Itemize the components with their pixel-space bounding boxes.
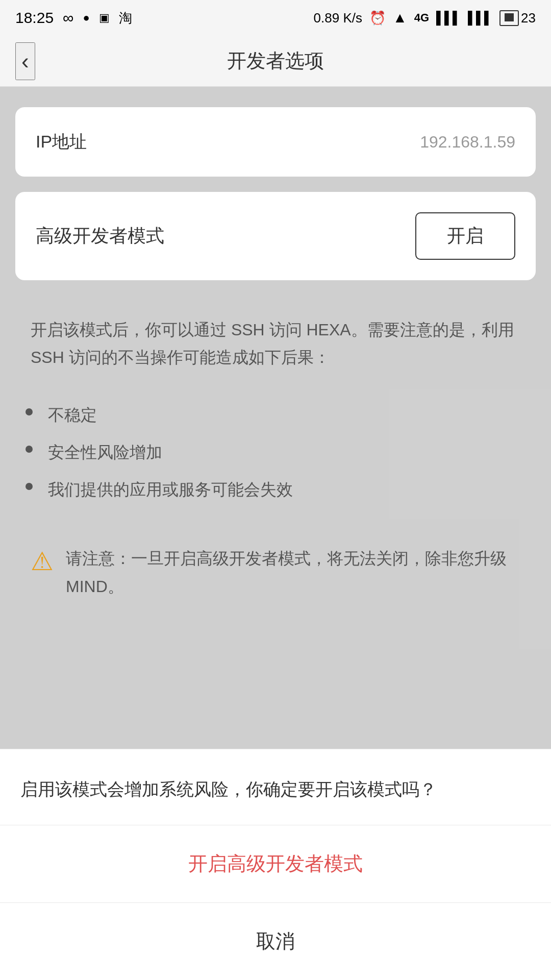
status-battery-icon bbox=[499, 10, 519, 26]
bullet-item-3: 我们提供的应用或服务可能会失效 bbox=[26, 477, 536, 503]
dialog-section: 启用该模式会增加系统风险，你确定要开启该模式吗？ 开启高级开发者模式 取消 bbox=[0, 749, 551, 980]
status-right: 0.89 K/s ⏰ ▲ 4G ▌▌▌ ▌▌▌ 23 bbox=[314, 10, 536, 26]
ip-value: 192.168.1.59 bbox=[420, 133, 515, 152]
status-msg-icon: ● bbox=[83, 11, 89, 24]
status-img-icon: ▣ bbox=[99, 11, 110, 24]
status-4g-icon: 4G bbox=[414, 11, 429, 24]
battery-fill bbox=[505, 13, 514, 21]
status-shop-icon: 淘 bbox=[119, 9, 132, 27]
bullet-text-3: 我们提供的应用或服务可能会失效 bbox=[48, 477, 293, 503]
dialog-confirm-button[interactable]: 开启高级开发者模式 bbox=[0, 825, 551, 903]
mode-row: 高级开发者模式 开启 bbox=[15, 192, 536, 280]
warning-block: ⚠ 请注意：一旦开启高级开发者模式，将无法关闭，除非您升级 MIND。 bbox=[15, 529, 536, 626]
dialog-question: 启用该模式会增加系统风险，你确定要开启该模式吗？ bbox=[0, 749, 551, 825]
bullet-text-2: 安全性风险增加 bbox=[48, 439, 162, 465]
status-clock-icon: ⏰ bbox=[369, 10, 386, 26]
bullet-dot-1 bbox=[26, 408, 33, 415]
bullet-dot-3 bbox=[26, 483, 33, 490]
status-time: 18:25 bbox=[15, 9, 54, 27]
ip-label: IP地址 bbox=[36, 130, 87, 154]
dialog-cancel-button[interactable]: 取消 bbox=[0, 903, 551, 980]
bullet-item-1: 不稳定 bbox=[26, 402, 536, 428]
bullet-list: 不稳定 安全性风险增加 我们提供的应用或服务可能会失效 bbox=[15, 402, 536, 530]
ip-address-card: IP地址 192.168.1.59 bbox=[15, 107, 536, 177]
warning-icon: ⚠ bbox=[31, 547, 54, 576]
mode-label: 高级开发者模式 bbox=[36, 224, 164, 249]
description-block: 开启该模式后，你可以通过 SSH 访问 HEXA。需要注意的是，利用 SSH 访… bbox=[15, 296, 536, 402]
bullet-dot-2 bbox=[26, 446, 33, 453]
description-intro: 开启该模式后，你可以通过 SSH 访问 HEXA。需要注意的是，利用 SSH 访… bbox=[31, 316, 520, 372]
developer-mode-card: 高级开发者模式 开启 bbox=[15, 192, 536, 280]
status-signal2-icon: ▌▌▌ bbox=[468, 11, 492, 25]
page-title: 开发者选项 bbox=[227, 48, 324, 74]
header: ‹ 开发者选项 bbox=[0, 36, 551, 87]
bullet-item-2: 安全性风险增加 bbox=[26, 439, 536, 465]
status-left: 18:25 ∞ ● ▣ 淘 bbox=[15, 9, 132, 27]
status-speed: 0.89 K/s bbox=[314, 10, 362, 26]
ip-row: IP地址 192.168.1.59 bbox=[15, 107, 536, 177]
status-battery-level: 23 bbox=[521, 10, 536, 26]
back-button[interactable]: ‹ bbox=[15, 42, 35, 80]
enable-mode-button[interactable]: 开启 bbox=[415, 212, 515, 260]
status-signal-icon: ▌▌▌ bbox=[436, 11, 461, 25]
status-bar: 18:25 ∞ ● ▣ 淘 0.89 K/s ⏰ ▲ 4G ▌▌▌ ▌▌▌ 23 bbox=[0, 0, 551, 36]
status-battery: 23 bbox=[499, 10, 536, 26]
status-infinity-icon: ∞ bbox=[63, 9, 73, 27]
bullet-text-1: 不稳定 bbox=[48, 402, 97, 428]
warning-text: 请注意：一旦开启高级开发者模式，将无法关闭，除非您升级 MIND。 bbox=[66, 545, 520, 600]
status-wifi-icon: ▲ bbox=[393, 10, 407, 26]
main-content: IP地址 192.168.1.59 高级开发者模式 开启 开启该模式后，你可以通… bbox=[0, 87, 551, 749]
